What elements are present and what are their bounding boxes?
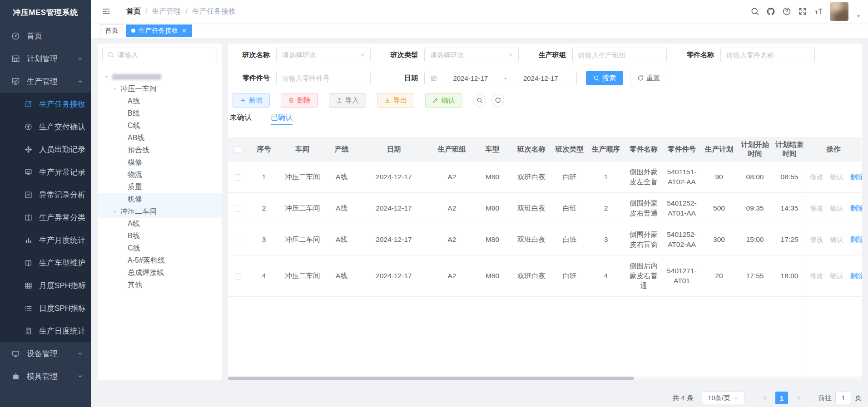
- tree-node[interactable]: 其他: [98, 279, 222, 291]
- tree-node[interactable]: AB线: [98, 132, 222, 144]
- prev-page-button[interactable]: [759, 392, 771, 404]
- caret-down-icon[interactable]: [112, 87, 117, 92]
- table-row[interactable]: 4 冲压二车间 A线 2024-12-17 A2 M80 双班白夜 白班 4: [228, 255, 861, 297]
- caret-down-icon[interactable]: [112, 209, 117, 214]
- tab-unconfirmed[interactable]: 未确认: [230, 113, 252, 125]
- date-end-value[interactable]: 2024-12-17: [511, 74, 571, 82]
- tree-node[interactable]: 机修: [98, 193, 222, 206]
- help-icon[interactable]: [782, 7, 791, 16]
- sidebar-subitem[interactable]: 生产交付确认: [0, 115, 91, 138]
- sidebar-item[interactable]: 生产管理: [0, 70, 91, 93]
- sidebar-item-label: 首页: [27, 31, 77, 41]
- fullscreen-icon[interactable]: [798, 7, 807, 16]
- row-delete-link[interactable]: 删除: [850, 235, 862, 243]
- tree-search-input[interactable]: [118, 51, 212, 59]
- sidebar-item[interactable]: 设备管理: [0, 342, 91, 365]
- row-delete-link[interactable]: 删除: [850, 173, 862, 181]
- row-checkbox[interactable]: [235, 206, 241, 212]
- sidebar-item[interactable]: 首页: [0, 25, 91, 47]
- breadcrumb-production[interactable]: 生产管理: [152, 7, 181, 16]
- github-icon[interactable]: [766, 7, 775, 16]
- sidebar-subitem[interactable]: 生产任务接收: [0, 93, 91, 115]
- date-range-picker[interactable]: 2024-12-17 - 2024-12-17: [424, 71, 577, 85]
- avatar[interactable]: [830, 2, 848, 21]
- confirm-button[interactable]: 确认: [425, 93, 462, 108]
- tree-node[interactable]: B线: [98, 108, 222, 120]
- sidebar-subitem[interactable]: 生产日度统计: [0, 319, 91, 342]
- date-start-value[interactable]: 2024-12-17: [440, 74, 501, 82]
- tree-node[interactable]: 模修: [98, 157, 222, 169]
- select-all-checkbox[interactable]: [235, 147, 241, 153]
- delete-button[interactable]: 删除: [281, 93, 318, 108]
- team-input[interactable]: [578, 51, 661, 59]
- sidebar-subitem[interactable]: 生产异常记录: [0, 161, 91, 183]
- table-row[interactable]: 1 冲压二车间 A线 2024-12-17 A2 M80 双班白夜 白班 1: [228, 162, 861, 193]
- add-button[interactable]: 新增: [233, 93, 270, 108]
- table-row[interactable]: 3 冲压二车间 A线 2024-12-17 A2 M80 双班白夜 白班 3: [228, 224, 861, 255]
- export-button[interactable]: 导出: [377, 93, 414, 108]
- row-checkbox[interactable]: [235, 174, 241, 181]
- row-checkbox[interactable]: [235, 237, 241, 243]
- table-row[interactable]: 2 冲压二车间 A线 2024-12-17 A2 M80 双班白夜 白班 2: [228, 193, 861, 224]
- tree-node[interactable]: 扣合线: [98, 144, 222, 157]
- tag-home[interactable]: 首页: [100, 25, 123, 37]
- tree-node[interactable]: A-5#落料线: [98, 255, 222, 267]
- row-confirm-link[interactable]: 确认: [830, 204, 843, 212]
- page-number-1[interactable]: 1: [775, 392, 788, 404]
- row-edit-link[interactable]: 修改: [810, 272, 823, 280]
- horizontal-scrollbar-thumb[interactable]: [228, 377, 634, 380]
- shift-name-select[interactable]: 请选择班次: [276, 48, 371, 62]
- caret-down-icon[interactable]: [104, 74, 109, 79]
- search-button[interactable]: 搜索: [586, 71, 623, 85]
- tree-node[interactable]: C线: [98, 120, 222, 132]
- sidebar-subitem[interactable]: 生产月度统计: [0, 229, 91, 251]
- sidebar-subitem[interactable]: 日度SPH指标: [0, 297, 91, 319]
- import-button[interactable]: 导入: [329, 93, 366, 108]
- tree-node[interactable]: 冲压二车间: [98, 206, 222, 218]
- row-delete-link[interactable]: 删除: [850, 272, 862, 280]
- tag-close-icon[interactable]: [181, 28, 187, 34]
- row-confirm-link[interactable]: 确认: [830, 173, 843, 181]
- tree-node[interactable]: 物流: [98, 169, 222, 181]
- tree-node[interactable]: C线: [98, 242, 222, 255]
- sidebar-item[interactable]: 模具管理: [0, 365, 91, 387]
- sidebar-subitem[interactable]: 人员出勤记录: [0, 138, 91, 161]
- part-no-input[interactable]: [282, 74, 365, 82]
- row-checkbox[interactable]: [235, 273, 241, 280]
- user-menu-caret-icon[interactable]: [855, 13, 862, 20]
- shift-type-select[interactable]: 请选择班次: [424, 48, 519, 62]
- tree-node[interactable]: [98, 71, 222, 83]
- tree-node[interactable]: 冲压一车间: [98, 83, 222, 95]
- breadcrumb-home[interactable]: 首页: [126, 7, 141, 16]
- table-search-button[interactable]: [473, 94, 486, 107]
- next-page-button[interactable]: [792, 392, 805, 404]
- tree-node[interactable]: 总成焊接线: [98, 267, 222, 279]
- page-size-select[interactable]: 10条/页: [702, 392, 745, 404]
- row-confirm-link[interactable]: 确认: [830, 235, 843, 243]
- sidebar-item[interactable]: 计划管理: [0, 47, 91, 70]
- sidebar-subitem[interactable]: 生产车型维护: [0, 251, 91, 274]
- search-icon[interactable]: [750, 7, 759, 16]
- tree-node[interactable]: B线: [98, 230, 222, 242]
- row-edit-link[interactable]: 修改: [810, 173, 823, 181]
- row-edit-link[interactable]: 修改: [810, 204, 823, 212]
- row-edit-link[interactable]: 修改: [810, 235, 823, 243]
- tree-node[interactable]: A线: [98, 218, 222, 230]
- filter-part-no: 零件件号: [243, 71, 371, 85]
- sidebar-collapse-icon[interactable]: [102, 7, 111, 16]
- cell-part-no: 5401271-AT01: [662, 255, 701, 297]
- reset-button[interactable]: 重置: [630, 71, 667, 85]
- table-refresh-button[interactable]: [491, 94, 504, 107]
- font-size-icon[interactable]: [814, 7, 823, 16]
- tree-node[interactable]: 质量: [98, 181, 222, 193]
- tree-node[interactable]: A线: [98, 95, 222, 108]
- sidebar-subitem[interactable]: 月度SPH指标: [0, 274, 91, 297]
- sidebar-subitem[interactable]: 异常记录分析: [0, 183, 91, 206]
- row-delete-link[interactable]: 删除: [850, 204, 862, 212]
- sidebar-subitem[interactable]: 生产异常分类: [0, 206, 91, 229]
- goto-page-input[interactable]: [835, 392, 851, 404]
- tab-confirmed[interactable]: 已确认: [271, 113, 293, 125]
- tag-active[interactable]: 生产任务接收: [126, 25, 192, 37]
- row-confirm-link[interactable]: 确认: [830, 272, 843, 280]
- part-name-input[interactable]: [726, 51, 809, 59]
